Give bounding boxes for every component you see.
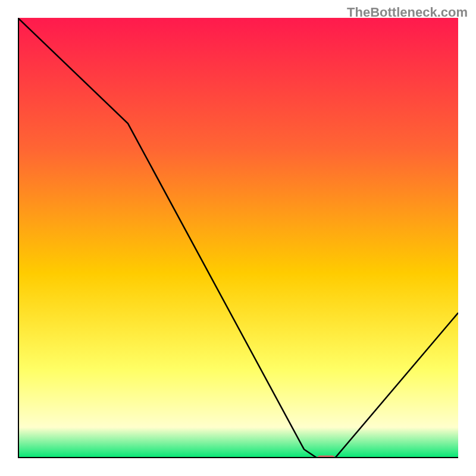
chart-container: TheBottleneck.com: [0, 0, 476, 476]
chart-svg: [18, 18, 458, 458]
gradient-background: [18, 18, 458, 458]
watermark-text: TheBottleneck.com: [347, 5, 468, 20]
chart-plot-area: [18, 18, 458, 458]
